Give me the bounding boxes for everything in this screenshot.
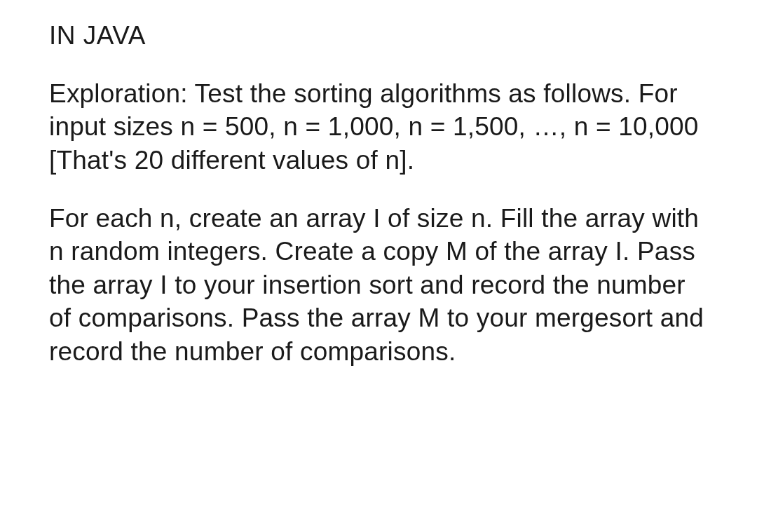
document-heading: IN JAVA — [49, 21, 708, 50]
document-page: IN JAVA Exploration: Test the sorting al… — [0, 0, 757, 414]
paragraph-2: For each n, create an array I of size n.… — [49, 202, 708, 368]
paragraph-1: Exploration: Test the sorting algorithms… — [49, 77, 708, 177]
